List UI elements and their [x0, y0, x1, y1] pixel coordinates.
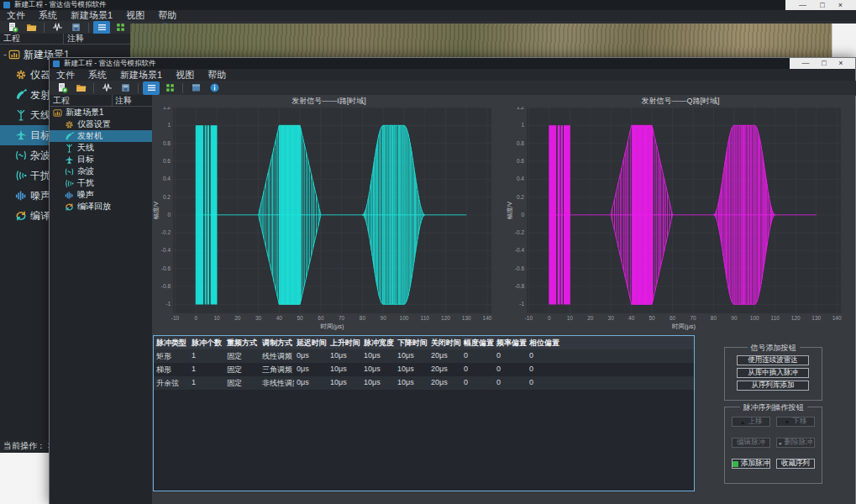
list-view-button[interactable]	[143, 81, 160, 95]
add-from-sequence-library-button[interactable]: 从序列库添加	[737, 381, 809, 391]
table-header-cell[interactable]: 调制方式	[260, 336, 294, 349]
sidebar-item-clutter[interactable]: 杂波	[50, 165, 152, 177]
minimize-button[interactable]: —	[802, 60, 810, 67]
info-button[interactable]	[206, 81, 223, 95]
sidebar-item-jamming[interactable]: 干扰	[50, 177, 152, 189]
table-row[interactable]: 升余弦1固定非线性调频0μs10μs10μs10μs20μs000	[154, 376, 694, 390]
table-row[interactable]: 矩形1固定线性调频0μs10μs10μs10μs20μs000	[154, 349, 694, 363]
menu-item-file[interactable]: 文件	[50, 68, 81, 82]
sidebar-item-label: 干扰	[30, 169, 50, 183]
table-cell: 0	[527, 363, 693, 376]
maximize-button[interactable]: □	[822, 60, 826, 67]
table-cell: 升余弦	[154, 376, 189, 390]
list-view-icon	[97, 22, 108, 33]
table-cell: 固定	[224, 376, 260, 390]
sidebar-item-noise[interactable]: 噪声	[50, 189, 152, 201]
table-header-cell[interactable]: 脉冲宽度	[361, 336, 395, 349]
i-channel-plot: -1001020304050607080901001101201301401.2…	[152, 107, 506, 331]
grid-view-button[interactable]	[161, 81, 178, 95]
sidebar-item-label: 杂波	[30, 149, 50, 163]
table-header-cell[interactable]: 重频方式	[224, 336, 260, 349]
bw-bottom-panel	[0, 453, 49, 504]
table-row[interactable]: 梯形1固定三角调频0μs10μs10μs10μs20μs000	[154, 363, 694, 376]
table-header-row: 脉冲类型脉冲个数重频方式调制方式延迟时间上升时间脉冲宽度下降时间关闭时间幅度偏置…	[154, 336, 694, 349]
sidebar-item-label: 天线	[77, 142, 94, 154]
open-project-button[interactable]	[72, 81, 89, 95]
q-channel-chart: 发射信号——Q路[时域] -10010203040506070809010011…	[506, 95, 855, 333]
add-pulse-button[interactable]: 添加脉冲	[732, 459, 770, 469]
table-header-cell[interactable]: 相位偏置	[527, 336, 693, 349]
bw-tree-header: 工程 注释	[0, 34, 130, 45]
sidebar-item-scene[interactable]: 新建场景1	[50, 107, 152, 118]
sidebar-item-instrument[interactable]: 仪器设置	[50, 118, 152, 130]
menu-item-scene[interactable]: 新建场景1	[113, 68, 169, 82]
button-label: 收藏序列	[781, 459, 810, 469]
svg-text:80: 80	[711, 315, 717, 321]
svg-text:1.2: 1.2	[517, 107, 524, 110]
table-header-cell[interactable]: 幅度偏置	[461, 336, 494, 349]
info-icon	[209, 82, 220, 93]
new-file-button[interactable]	[54, 81, 71, 95]
table-header-cell[interactable]: 上升时间	[328, 336, 361, 349]
svg-text:60: 60	[670, 315, 676, 321]
svg-text:-0.4: -0.4	[161, 247, 171, 253]
noise-icon	[65, 191, 74, 200]
maximize-button[interactable]: □	[820, 2, 824, 9]
panel-view-button[interactable]	[187, 81, 204, 95]
export-button[interactable]	[117, 81, 134, 95]
expander-icon[interactable]: -	[3, 49, 7, 60]
table-cell: 10μs	[395, 349, 428, 363]
svg-text:30: 30	[255, 315, 262, 321]
table-cell: 矩形	[154, 349, 189, 363]
app-icon	[53, 60, 60, 67]
sidebar-item-playback[interactable]: 编译回放	[50, 201, 152, 213]
button-label: 下移	[792, 417, 806, 427]
save-sequence-button[interactable]: 收藏序列	[776, 459, 815, 469]
svg-text:0.6: 0.6	[163, 158, 171, 164]
table-header-cell[interactable]: 关闭时间	[428, 336, 461, 349]
arrow-up-icon: ▲	[740, 419, 746, 425]
minimize-button[interactable]: —	[799, 2, 806, 9]
menu-item-view[interactable]: 视图	[169, 68, 201, 82]
menu-item-system[interactable]: 系统	[81, 68, 113, 82]
delete-pulse-button[interactable]: ●删除脉冲	[776, 438, 815, 448]
groupbox-title: 信号添加按钮	[748, 343, 800, 354]
table-cell: 0	[461, 349, 494, 363]
close-button[interactable]: ×	[838, 2, 843, 9]
svg-text:时间(μs): 时间(μs)	[672, 323, 696, 330]
waveform-view-button[interactable]	[49, 21, 66, 34]
fw-tree-header: 工程 注释	[50, 95, 152, 107]
sidebar-item-target[interactable]: 目标	[50, 154, 152, 165]
move-down-button[interactable]: ▼下移	[776, 417, 815, 427]
svg-text:30: 30	[608, 315, 615, 321]
grid-view-button[interactable]	[112, 21, 129, 34]
list-view-button[interactable]	[93, 21, 110, 34]
move-up-button[interactable]: ▲上移	[732, 417, 770, 427]
table-header-cell[interactable]: 频率偏置	[494, 336, 527, 349]
svg-text:20: 20	[587, 315, 594, 321]
svg-text:20: 20	[234, 315, 241, 321]
jamming-icon	[15, 170, 27, 181]
insert-pulse-from-library-button[interactable]: 从库中插入脉冲	[737, 368, 809, 378]
table-cell: 固定	[224, 363, 260, 376]
svg-text:80: 80	[360, 315, 366, 321]
table-header-cell[interactable]: 脉冲个数	[189, 336, 224, 349]
clutter-icon	[65, 167, 74, 176]
table-header-cell[interactable]: 脉冲类型	[154, 336, 189, 349]
open-project-button[interactable]	[23, 21, 39, 34]
use-cw-radar-button[interactable]: 使用连续波雷达	[737, 355, 809, 365]
table-header-cell[interactable]: 延迟时间	[294, 336, 328, 349]
menu-item-help[interactable]: 帮助	[201, 68, 233, 82]
edit-pulse-button[interactable]: 编辑脉冲	[732, 438, 770, 448]
export-button[interactable]	[67, 21, 84, 34]
groupbox-title: 脉冲序列操作按钮	[740, 402, 807, 413]
new-file-button[interactable]	[4, 21, 21, 34]
tree-col-project: 工程	[50, 95, 70, 107]
sidebar-item-transmitter[interactable]: 发射机	[50, 130, 152, 142]
table-header-cell[interactable]: 下降时间	[395, 336, 428, 349]
svg-text:-1: -1	[165, 301, 171, 307]
table-cell: 0	[527, 376, 693, 390]
waveform-view-button[interactable]	[98, 81, 115, 95]
close-button[interactable]: ×	[838, 60, 843, 67]
sidebar-item-antenna[interactable]: 天线	[50, 142, 152, 154]
